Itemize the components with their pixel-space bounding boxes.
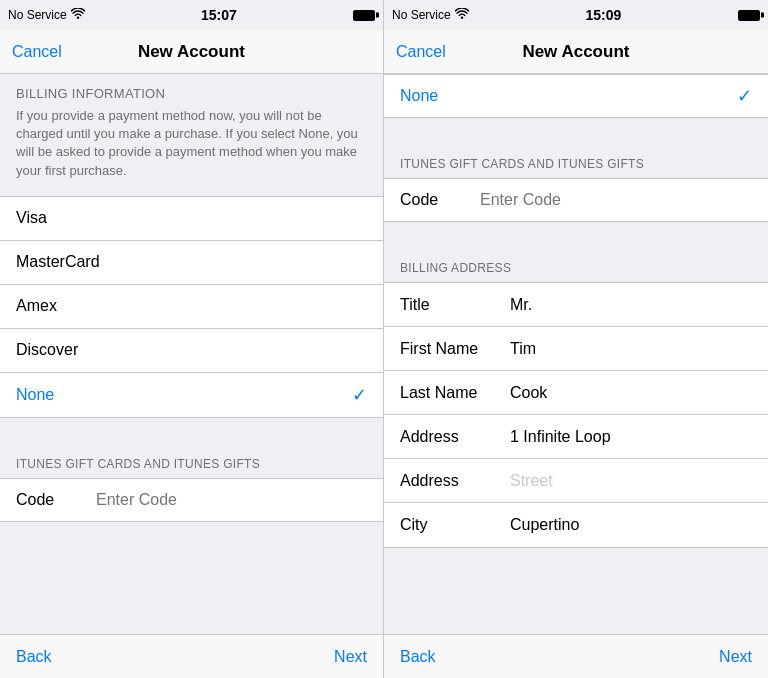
right-status-bar: No Service 15:09 [384, 0, 768, 30]
left-code-row: Code [0, 478, 383, 522]
left-back-button[interactable]: Back [16, 648, 52, 666]
left-code-input[interactable] [96, 491, 367, 509]
billing-city-value: Cupertino [510, 516, 579, 534]
mastercard-label: MasterCard [16, 253, 100, 271]
right-status-right [738, 10, 760, 21]
billing-address1-value: 1 Infinite Loop [510, 428, 611, 446]
left-status-right [353, 10, 375, 21]
left-service-label: No Service [8, 8, 67, 22]
payment-option-discover[interactable]: Discover [0, 329, 383, 373]
right-back-button[interactable]: Back [400, 648, 436, 666]
left-code-label: Code [16, 491, 96, 509]
left-battery-icon [353, 10, 375, 21]
payment-option-visa[interactable]: Visa [0, 197, 383, 241]
billing-info-text: If you provide a payment method now, you… [16, 107, 367, 180]
left-nav-title: New Account [138, 42, 245, 62]
right-none-checkmark-icon: ✓ [737, 85, 752, 107]
left-content: BILLING INFORMATION If you provide a pay… [0, 74, 383, 634]
right-code-input[interactable] [480, 191, 752, 209]
right-billing-header-text: BILLING ADDRESS [400, 261, 511, 275]
billing-firstname-value: Tim [510, 340, 536, 358]
right-code-label: Code [400, 191, 480, 209]
payment-option-mastercard[interactable]: MasterCard [0, 241, 383, 285]
left-gift-section: ITUNES GIFT CARDS AND ITUNES GIFTS Code [0, 438, 383, 522]
none-checkmark-icon: ✓ [352, 384, 367, 406]
right-bottom-bar: Back Next [384, 634, 768, 678]
left-panel: No Service 15:07 Cancel New Account B [0, 0, 384, 678]
billing-row-lastname[interactable]: Last Name Cook [384, 371, 768, 415]
billing-rows-group: Title Mr. First Name Tim Last Name Cook … [384, 282, 768, 548]
billing-title-label: Title [400, 296, 510, 314]
none-label: None [16, 386, 54, 404]
svg-point-1 [460, 17, 462, 19]
left-next-button[interactable]: Next [334, 648, 367, 666]
right-billing-address: BILLING ADDRESS Title Mr. First Name Tim… [384, 242, 768, 548]
right-gift-header-text: ITUNES GIFT CARDS AND ITUNES GIFTS [400, 157, 644, 171]
billing-row-title[interactable]: Title Mr. [384, 283, 768, 327]
left-wifi-icon [71, 8, 85, 22]
billing-firstname-label: First Name [400, 340, 510, 358]
left-nav-bar: Cancel New Account [0, 30, 383, 74]
billing-row-address1[interactable]: Address 1 Infinite Loop [384, 415, 768, 459]
billing-title-value: Mr. [510, 296, 532, 314]
right-content: None ✓ ITUNES GIFT CARDS AND ITUNES GIFT… [384, 74, 768, 634]
right-cancel-button[interactable]: Cancel [396, 43, 446, 61]
visa-label: Visa [16, 209, 47, 227]
billing-address2-value: Street [510, 472, 553, 490]
billing-row-firstname[interactable]: First Name Tim [384, 327, 768, 371]
billing-info-box: BILLING INFORMATION If you provide a pay… [0, 74, 383, 196]
billing-address2-label: Address [400, 472, 510, 490]
svg-point-0 [76, 17, 78, 19]
right-none-row[interactable]: None ✓ [384, 74, 768, 118]
right-code-row: Code [384, 178, 768, 222]
right-wifi-icon [455, 8, 469, 22]
right-service-label: No Service [392, 8, 451, 22]
payment-option-amex[interactable]: Amex [0, 285, 383, 329]
billing-info-title: BILLING INFORMATION [16, 86, 367, 101]
billing-lastname-value: Cook [510, 384, 547, 402]
billing-lastname-label: Last Name [400, 384, 510, 402]
right-panel: No Service 15:09 Cancel New Account None… [384, 0, 768, 678]
left-gift-header-text: ITUNES GIFT CARDS AND ITUNES GIFTS [16, 457, 260, 471]
amex-label: Amex [16, 297, 57, 315]
right-nav-title: New Account [522, 42, 629, 62]
left-bottom-bar: Back Next [0, 634, 383, 678]
right-gift-section: ITUNES GIFT CARDS AND ITUNES GIFTS Code [384, 138, 768, 222]
right-billing-header: BILLING ADDRESS [384, 242, 768, 282]
payment-option-none[interactable]: None ✓ [0, 373, 383, 417]
billing-row-address2[interactable]: Address Street [384, 459, 768, 503]
left-status-left: No Service [8, 8, 85, 22]
payment-options-group: Visa MasterCard Amex Discover None ✓ [0, 196, 383, 418]
left-status-bar: No Service 15:07 [0, 0, 383, 30]
right-next-button[interactable]: Next [719, 648, 752, 666]
left-time: 15:07 [201, 7, 237, 23]
billing-row-city[interactable]: City Cupertino [384, 503, 768, 547]
billing-city-label: City [400, 516, 510, 534]
right-time: 15:09 [585, 7, 621, 23]
right-gift-header: ITUNES GIFT CARDS AND ITUNES GIFTS [384, 138, 768, 178]
discover-label: Discover [16, 341, 78, 359]
left-gift-header: ITUNES GIFT CARDS AND ITUNES GIFTS [0, 438, 383, 478]
left-cancel-button[interactable]: Cancel [12, 43, 62, 61]
billing-address1-label: Address [400, 428, 510, 446]
right-status-left: No Service [392, 8, 469, 22]
right-battery-icon [738, 10, 760, 21]
right-none-label: None [400, 87, 438, 105]
right-nav-bar: Cancel New Account [384, 30, 768, 74]
